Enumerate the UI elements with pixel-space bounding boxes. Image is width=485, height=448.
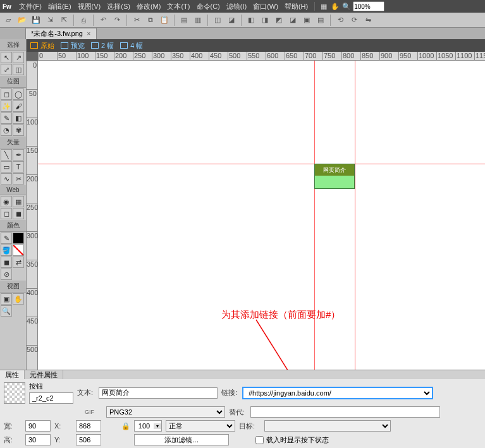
hand-icon[interactable]: ✋ <box>330 1 340 11</box>
align6-icon[interactable]: ▤ <box>315 15 326 26</box>
opacity-stepper[interactable]: ▾ <box>134 420 162 432</box>
group-icon[interactable]: ◫ <box>212 15 223 26</box>
zoom-combo[interactable] <box>353 1 384 11</box>
object-type: 按钮 <box>29 382 73 391</box>
redo-icon[interactable]: ↷ <box>111 15 123 26</box>
show-tool-icon[interactable]: ◼ <box>13 208 24 219</box>
stamp-tool-icon[interactable]: ✾ <box>13 124 24 136</box>
align3-icon[interactable]: ◩ <box>273 15 285 26</box>
document-tab[interactable]: *未命名-3.fw.png ✕ <box>25 28 97 39</box>
pen-tool-icon[interactable]: ✒ <box>13 149 24 160</box>
view-4up[interactable]: 4 幅 <box>120 41 143 51</box>
import-icon[interactable]: ⇲ <box>44 15 56 26</box>
undo-icon[interactable]: ↶ <box>97 15 109 26</box>
default-colors-icon[interactable]: ◼ <box>1 257 12 268</box>
page-icon[interactable]: ▤ <box>178 15 190 26</box>
lock-icon[interactable]: 🔒 <box>121 422 130 430</box>
link-input[interactable]: #https://jingyan.baidu.com/ <box>243 387 433 399</box>
menu-file[interactable]: 文件(F) <box>16 1 44 13</box>
menu-select[interactable]: 选择(S) <box>104 1 133 13</box>
print-icon[interactable]: ⎙ <box>78 15 89 26</box>
stroke-swatch[interactable] <box>13 233 24 244</box>
x-input[interactable] <box>76 420 101 432</box>
menu-text[interactable]: 文本(T) <box>164 1 192 13</box>
pencil-tool-icon[interactable]: ✎ <box>1 112 12 124</box>
copy-icon[interactable]: ⧉ <box>145 15 156 26</box>
paste-icon[interactable]: 📋 <box>159 15 170 26</box>
wand-tool-icon[interactable]: ✨ <box>1 100 12 112</box>
screen-mode-icon[interactable]: ▣ <box>1 293 12 305</box>
freeform-tool-icon[interactable]: ∿ <box>1 173 12 185</box>
align1-icon[interactable]: ◧ <box>245 15 257 26</box>
menu-filter[interactable]: 滤镜(I) <box>224 1 249 13</box>
marquee-tool-icon[interactable]: ◻ <box>1 88 12 100</box>
rotate1-icon[interactable]: ⟲ <box>335 15 346 26</box>
format-select[interactable]: PNG32 <box>106 406 225 418</box>
target-select[interactable] <box>264 420 391 432</box>
zoom-icon[interactable]: 🔍 <box>341 1 352 11</box>
view-mode-bar: 原始 预览 2 幅 4 幅 <box>27 39 485 52</box>
fill-color-icon[interactable]: 🪣 <box>1 245 12 256</box>
nofill-icon[interactable]: ⊘ <box>1 269 12 280</box>
rect-tool-icon[interactable]: ▭ <box>1 161 12 173</box>
line-tool-icon[interactable]: ╲ <box>1 149 12 160</box>
menu-window[interactable]: 窗口(W) <box>250 1 281 13</box>
knife-tool-icon[interactable]: ✂ <box>13 173 24 185</box>
alt-input[interactable] <box>250 406 440 418</box>
object-name-input[interactable] <box>29 392 73 404</box>
subselect-tool-icon[interactable]: ↗ <box>13 52 24 63</box>
view-2up[interactable]: 2 幅 <box>91 41 114 51</box>
open-icon[interactable]: 📂 <box>16 15 28 26</box>
menu-help[interactable]: 帮助(H) <box>282 1 310 13</box>
fill-swatch[interactable] <box>13 245 24 256</box>
scale-tool-icon[interactable]: ⤢ <box>1 64 12 75</box>
menu-edit[interactable]: 编辑(E) <box>46 1 74 13</box>
hand-tool-icon[interactable]: ✋ <box>13 293 24 305</box>
pointer-tool-icon[interactable]: ↖ <box>1 52 12 63</box>
tab-close-icon[interactable]: ✕ <box>87 31 91 37</box>
layout-icon[interactable]: ▦ <box>319 1 329 11</box>
crop-tool-icon[interactable]: ◫ <box>13 64 24 75</box>
pages-icon[interactable]: ▥ <box>192 15 204 26</box>
rotate2-icon[interactable]: ⟳ <box>348 15 360 26</box>
prop-tab-attr[interactable]: 属性 <box>0 370 25 379</box>
menu-modify[interactable]: 修改(M) <box>134 1 164 13</box>
hotspot-tool-icon[interactable]: ◉ <box>1 196 12 207</box>
guide-vertical <box>355 61 355 370</box>
align2-icon[interactable]: ◨ <box>259 15 271 26</box>
flip-icon[interactable]: ⇋ <box>362 15 374 26</box>
slice-tool-icon[interactable]: ▦ <box>13 196 24 207</box>
height-input[interactable] <box>25 434 51 445</box>
lasso-tool-icon[interactable]: ◯ <box>13 88 24 100</box>
ungroup-icon[interactable]: ◪ <box>226 15 237 26</box>
add-filter-button[interactable]: 添加滤镜… <box>134 434 229 445</box>
y-input[interactable] <box>76 434 101 445</box>
view-original[interactable]: 原始 <box>30 41 54 51</box>
text-input[interactable] <box>99 387 218 399</box>
show-down-state-checkbox[interactable]: 载入时显示按下状态 <box>255 435 329 445</box>
hide-tool-icon[interactable]: ◻ <box>1 208 12 219</box>
width-input[interactable] <box>25 420 51 432</box>
blend-select[interactable]: 正常 <box>166 420 235 432</box>
stroke-color-icon[interactable]: ✎ <box>1 233 12 244</box>
format-icon: GIF <box>85 409 102 415</box>
blur-tool-icon[interactable]: ◔ <box>1 124 12 136</box>
zoom-tool-icon[interactable]: 🔍 <box>1 305 12 317</box>
align5-icon[interactable]: ▣ <box>301 15 312 26</box>
brush-tool-icon[interactable]: 🖌 <box>13 100 24 112</box>
prop-tab-comp[interactable]: 元件属性 <box>25 370 63 379</box>
canvas[interactable]: 网页简介 为其添加链接（前面要加#） <box>38 61 485 370</box>
save-icon[interactable]: 💾 <box>30 15 42 26</box>
cut-icon[interactable]: ✂ <box>131 15 142 26</box>
align4-icon[interactable]: ◪ <box>287 15 298 26</box>
new-icon[interactable]: ▱ <box>3 15 14 26</box>
swap-colors-icon[interactable]: ⇄ <box>13 257 24 268</box>
menu-view[interactable]: 视图(V) <box>75 1 104 13</box>
view-preview[interactable]: 预览 <box>61 41 85 51</box>
slice-object[interactable]: 网页简介 <box>314 164 355 189</box>
eraser-tool-icon[interactable]: ◧ <box>13 112 24 124</box>
annotation-arrow-icon <box>253 317 304 370</box>
export-icon[interactable]: ⇱ <box>58 15 70 26</box>
menu-command[interactable]: 命令(C) <box>194 1 223 13</box>
text-tool-icon[interactable]: T <box>13 161 24 173</box>
